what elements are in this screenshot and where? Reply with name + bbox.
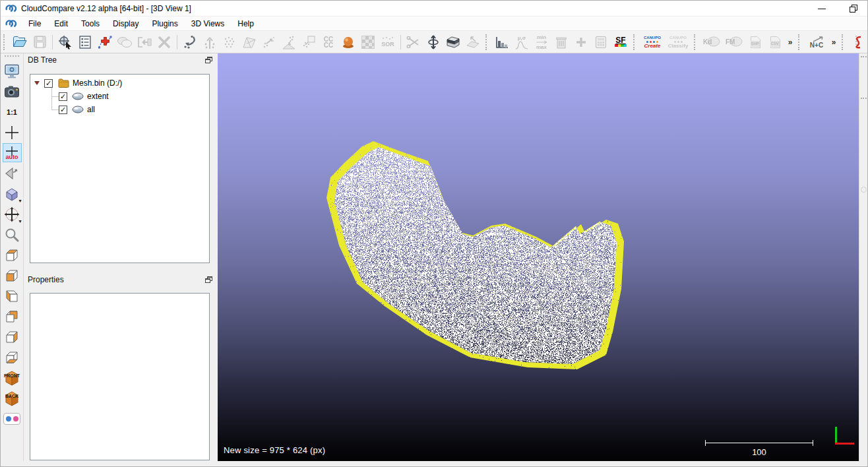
pivot-cross-icon [4, 206, 20, 222]
toolbar-drag-handle[interactable] [694, 34, 698, 50]
statistical-test-button[interactable] [300, 34, 317, 51]
list-view-button[interactable] [77, 34, 94, 51]
auto-pick-rotation-center-button[interactable]: auto [3, 143, 22, 162]
zoom-tool-button[interactable] [3, 225, 22, 244]
toolbar-drag-handle[interactable] [485, 34, 489, 50]
apply-transformation-button[interactable] [136, 34, 153, 51]
tree-item-extent[interactable]: ✓ extent [59, 90, 109, 103]
set-front-view-button[interactable] [3, 266, 22, 285]
iso-view-front-button[interactable]: FRONT [3, 368, 22, 387]
open-button[interactable] [11, 34, 28, 51]
toolbar-overflow-button[interactable]: » [829, 38, 838, 47]
menu-plugins[interactable]: Plugins [145, 17, 184, 30]
sf-color-scale-button[interactable]: SF [612, 34, 629, 51]
toolbar-drag-handle[interactable] [633, 34, 637, 50]
normals-plus-colors-button[interactable]: N+C [806, 34, 827, 51]
toolbar-overflow-button[interactable]: » [786, 38, 795, 47]
right-dock-strip [859, 53, 867, 462]
kd-tree-button[interactable]: Kd [702, 34, 722, 51]
stereo-mode-button[interactable] [3, 409, 22, 428]
set-back-view-button[interactable] [3, 307, 22, 326]
db-tree[interactable]: ✓ Mesh.bin (D:/) ✓ extent ✓ [30, 74, 210, 263]
full-screen-button[interactable] [3, 61, 22, 80]
merge-entities-button[interactable] [96, 34, 113, 51]
properties-panel[interactable] [30, 293, 210, 460]
gaussian-filter-button[interactable]: μ,σ [513, 34, 530, 51]
zoom-1-1-button[interactable]: 1:1 [3, 102, 22, 121]
menu-tools[interactable]: Tools [75, 17, 106, 30]
gl-filter-icon[interactable] [861, 187, 867, 193]
set-right-view-button[interactable] [3, 327, 22, 346]
subsample-button[interactable] [221, 34, 238, 51]
pick-rotation-center-button[interactable] [57, 34, 74, 51]
primitive-factory-button[interactable] [340, 34, 357, 51]
viewport-3d[interactable]: New size = 975 * 624 (px) 100 [218, 53, 860, 462]
menu-3d-views[interactable]: 3D Views [185, 17, 231, 30]
check-icon: ✓ [60, 93, 66, 100]
sf-arithmetic-button[interactable] [592, 34, 609, 51]
minimize-button[interactable]: — [815, 1, 829, 16]
shp-export-button[interactable]: SHP [747, 34, 764, 51]
clone-button[interactable] [116, 34, 133, 51]
screenshot-button[interactable] [3, 82, 22, 101]
dock-drag-handle[interactable] [861, 56, 867, 59]
toolbar-drag-handle[interactable] [842, 34, 846, 50]
point-cloud-render[interactable] [218, 53, 860, 462]
level-button[interactable] [464, 34, 481, 51]
add-sf-button[interactable] [573, 34, 590, 51]
expander-open-icon[interactable] [34, 81, 40, 85]
toolbar-drag-handle[interactable] [3, 34, 7, 50]
menu-display[interactable]: Display [106, 17, 145, 30]
filter-by-value-button[interactable]: min max [533, 34, 550, 51]
menu-file[interactable]: File [22, 17, 47, 30]
tree-item-mesh-bin[interactable]: ✓ Mesh.bin (D:/) [34, 77, 122, 90]
csv-export-button[interactable]: CSV [766, 34, 784, 51]
perspective-mode-button[interactable]: ▾ [3, 184, 22, 203]
viewing-toolbar-drag-handle[interactable] [5, 55, 19, 59]
tree-item-all[interactable]: ✓ all [59, 103, 95, 116]
menu-edit[interactable]: Edit [47, 17, 75, 30]
canupo-create-button[interactable]: CANUPO Create [641, 34, 664, 51]
set-left-view-button[interactable] [3, 286, 22, 305]
checkbox-extent[interactable]: ✓ [59, 92, 67, 101]
iso-view-back-button[interactable]: BACK [3, 389, 22, 408]
compute-mesh-button[interactable] [241, 34, 258, 51]
delete-button[interactable] [156, 34, 173, 51]
mdi-child-icon[interactable] [5, 18, 16, 29]
kd-icon: Kd [703, 36, 720, 48]
cube-right-face-icon [4, 329, 20, 345]
toolbar-drag-handle[interactable] [798, 34, 802, 50]
set-top-view-button[interactable] [3, 245, 22, 265]
menu-help[interactable]: Help [231, 17, 261, 30]
checkbox-mesh-bin[interactable]: ✓ [44, 79, 53, 88]
db-tree-float-button[interactable] [205, 57, 212, 63]
scale-bar: 100 [705, 440, 813, 457]
previous-view-button[interactable] [3, 164, 22, 183]
csf-filter-button[interactable] [850, 34, 867, 51]
sor-filter-button[interactable]: SOR [379, 34, 396, 51]
pivot-visibility-button[interactable]: ▾ [3, 204, 22, 224]
clipping-box-button[interactable] [445, 34, 462, 51]
cloud-mesh-distance-button[interactable] [280, 34, 297, 51]
fm-button[interactable]: FM [724, 34, 744, 51]
window-title: CloudCompare v2.12 alpha [64-bit] - [3D … [21, 4, 191, 13]
list-icon [79, 36, 91, 49]
histogram-button[interactable] [493, 34, 511, 51]
delete-sf-button[interactable] [553, 34, 570, 51]
compute-normals-button[interactable] [201, 34, 218, 51]
translate-rotate-button[interactable] [425, 34, 442, 51]
properties-float-button[interactable] [205, 276, 212, 283]
interactive-transformation-button[interactable] [181, 34, 199, 51]
checkbox-all[interactable]: ✓ [59, 106, 67, 114]
restore-button[interactable] [846, 1, 861, 16]
cc-cc-button[interactable]: CC CC [320, 34, 337, 51]
checkerboard-button[interactable] [359, 34, 377, 51]
cloud-cloud-distance-button[interactable] [261, 34, 278, 51]
set-bottom-view-button[interactable] [3, 348, 22, 367]
segment-button[interactable] [405, 34, 422, 51]
all-cloud-points[interactable] [334, 147, 617, 364]
save-button[interactable] [31, 34, 48, 51]
canupo-classify-button[interactable]: CANUPO Classify [666, 34, 690, 51]
center-view-button[interactable] [3, 123, 22, 142]
dock-drag-handle[interactable] [861, 98, 867, 101]
